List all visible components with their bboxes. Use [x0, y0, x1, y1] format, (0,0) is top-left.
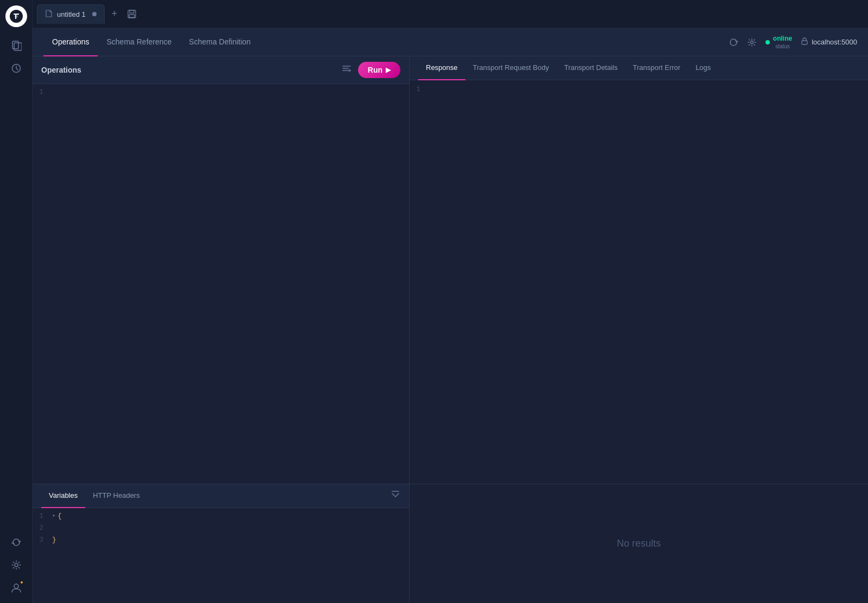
endpoint-url: localhost:5000 [812, 38, 857, 46]
svg-rect-8 [130, 10, 134, 13]
refresh-button[interactable] [729, 37, 738, 47]
documents-icon[interactable] [7, 36, 26, 55]
variables-line-1: 1 ▾ { [33, 510, 409, 522]
tab-schema-definition[interactable]: Schema Definition [180, 28, 259, 56]
operations-editor[interactable]: 1 [33, 84, 409, 484]
notification-badge [20, 580, 24, 585]
svg-point-10 [750, 41, 753, 43]
format-icon[interactable] [342, 64, 352, 76]
tab-logs[interactable]: Logs [688, 56, 718, 80]
editor-line-1: 1 [33, 86, 409, 98]
sync-icon[interactable] [7, 533, 26, 552]
collapse-button[interactable] [391, 490, 400, 502]
run-label: Run [368, 66, 382, 74]
top-nav-right: online status localhost:5000 [729, 35, 857, 49]
response-editor[interactable]: 1 [410, 80, 868, 484]
svg-rect-2 [12, 41, 18, 49]
lock-icon [801, 37, 808, 47]
file-tab-icon [45, 10, 53, 19]
tab-operations[interactable]: Operations [43, 28, 98, 56]
connection-status: online status [765, 35, 792, 49]
gear-icon[interactable] [7, 555, 26, 575]
app-logo [5, 5, 27, 27]
tab-close-dot[interactable] [92, 12, 97, 16]
file-tab[interactable]: untitled 1 [37, 4, 105, 24]
svg-point-5 [15, 563, 18, 567]
svg-rect-3 [14, 43, 22, 50]
tab-variables[interactable]: Variables [41, 484, 85, 508]
left-panel-header: Operations Run ▶ [33, 56, 409, 84]
variables-line-3: 3 } [33, 534, 409, 546]
top-navigation: Operations Schema Reference Schema Defin… [33, 28, 868, 56]
svg-point-6 [14, 584, 18, 588]
save-tab-button[interactable] [124, 7, 139, 22]
svg-rect-9 [129, 15, 135, 17]
status-dot [765, 40, 770, 44]
tab-transport-request-body[interactable]: Transport Request Body [465, 56, 557, 80]
bottom-left-header: Variables HTTP Headers [33, 484, 409, 508]
bottom-tabs: Variables HTTP Headers [41, 484, 148, 508]
add-tab-button[interactable]: + [107, 7, 122, 22]
operations-title: Operations [41, 66, 81, 74]
tab-http-headers[interactable]: HTTP Headers [85, 484, 147, 508]
tab-schema-reference[interactable]: Schema Reference [98, 28, 180, 56]
response-line-1: 1 [410, 84, 868, 95]
settings-button[interactable] [747, 37, 757, 47]
sidebar [0, 0, 33, 603]
bottom-panel: Variables HTTP Headers [33, 484, 868, 603]
left-panel: Operations Run ▶ [33, 56, 410, 484]
variables-line-2: 2 [33, 522, 409, 534]
online-status-text: online status [773, 35, 792, 49]
svg-point-1 [15, 15, 18, 18]
play-icon: ▶ [386, 66, 391, 74]
no-results-text: No results [617, 538, 661, 549]
top-nav-tabs: Operations Schema Reference Schema Defin… [43, 28, 729, 56]
endpoint-info[interactable]: localhost:5000 [801, 37, 857, 47]
user-profile-icon[interactable] [7, 578, 26, 598]
tab-bar: untitled 1 + [33, 0, 868, 28]
editor-area: Operations Run ▶ [33, 56, 868, 603]
file-tab-label: untitled 1 [57, 10, 86, 18]
tab-transport-details[interactable]: Transport Details [557, 56, 626, 80]
history-icon[interactable] [7, 59, 26, 78]
right-panel-header: Response Transport Request Body Transpor… [410, 56, 868, 80]
variables-editor[interactable]: 1 ▾ { 2 3 } [33, 508, 409, 603]
panel-header-icons: Run ▶ [342, 62, 400, 78]
right-panel: Response Transport Request Body Transpor… [410, 56, 868, 484]
bottom-right-panel: No results [410, 484, 868, 603]
tab-transport-error[interactable]: Transport Error [625, 56, 688, 80]
run-button[interactable]: Run ▶ [358, 62, 400, 78]
bottom-left-panel: Variables HTTP Headers [33, 484, 410, 603]
main-content: untitled 1 + Operations Schema Reference… [33, 0, 868, 603]
svg-rect-11 [802, 41, 807, 44]
tab-response[interactable]: Response [418, 56, 465, 80]
panels-container: Operations Run ▶ [33, 56, 868, 484]
